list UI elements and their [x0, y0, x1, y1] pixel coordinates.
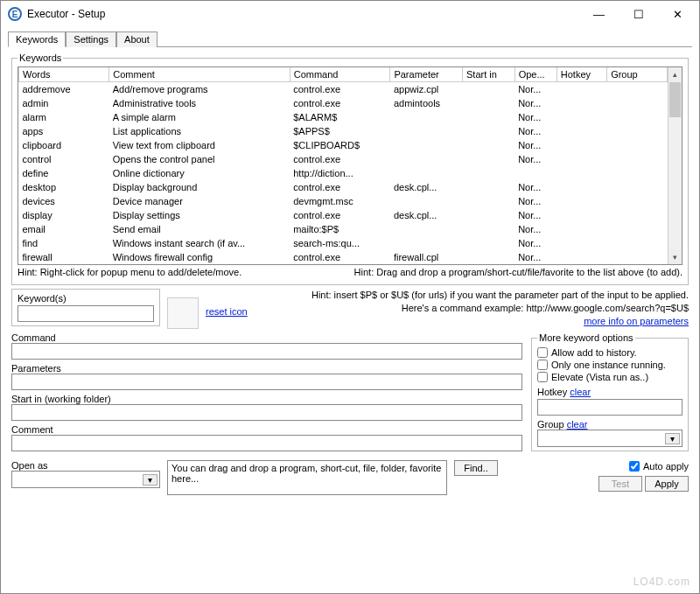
close-button[interactable]: ✕ [658, 2, 697, 26]
maximize-button[interactable]: ☐ [619, 2, 658, 26]
table-row[interactable]: emailSend emailmailto:$P$Nor... [19, 222, 668, 236]
table-row[interactable]: appsList applications$APPS$Nor... [19, 124, 668, 138]
table-row[interactable]: devicesDevice managerdevmgmt.mscNor... [19, 194, 668, 208]
keywords-legend: Keywords [18, 52, 63, 63]
col-hotkey[interactable]: Hotkey [556, 67, 606, 82]
comment-label: Comment [11, 424, 522, 435]
col-startin[interactable]: Start in [462, 67, 514, 82]
auto-apply-label: Auto apply [643, 461, 689, 472]
table-row[interactable]: alarmA simple alarm$ALARM$Nor... [19, 110, 668, 124]
group-clear-link[interactable]: clear [567, 419, 588, 430]
table-row[interactable]: clipboardView text from clipboard$CLIPBO… [19, 138, 668, 152]
elevate-checkbox[interactable] [537, 372, 548, 382]
table-row[interactable]: controlOpens the control panelcontrol.ex… [19, 152, 668, 166]
hotkey-input[interactable] [537, 399, 682, 416]
more-info-link[interactable]: more info on parameters [584, 316, 689, 326]
scroll-down-icon[interactable]: ▾ [668, 250, 682, 264]
hint-dragdrop: Hint: Drag and drop a program/short-cut/… [354, 267, 682, 277]
startin-label: Start in (working folder) [11, 394, 522, 404]
more-options-groupbox: More keyword options Allow add to histor… [531, 332, 689, 451]
table-scrollbar[interactable]: ▴ ▾ [668, 67, 682, 264]
command-input[interactable] [11, 343, 522, 360]
keywords-groupbox: Keywords Words Comment Command Parameter… [11, 52, 689, 285]
openas-label: Open as [11, 460, 160, 471]
tab-keywords[interactable]: Keywords [8, 31, 66, 47]
parameters-input[interactable] [11, 374, 522, 390]
table-row[interactable]: defineOnline dictionaryhttp://diction... [19, 166, 668, 180]
one-instance-label: Only one instance running. [551, 360, 666, 370]
tab-settings[interactable]: Settings [66, 31, 116, 47]
one-instance-checkbox[interactable] [537, 360, 548, 370]
apply-button[interactable]: Apply [645, 476, 689, 492]
titlebar: E Executor - Setup — ☐ ✕ [1, 1, 699, 27]
col-words[interactable]: Words [19, 67, 109, 82]
col-comment[interactable]: Comment [109, 67, 290, 82]
find-button[interactable]: Find.. [454, 460, 498, 476]
elevate-label: Elevate (Vista run as..) [551, 372, 648, 382]
hotkey-clear-link[interactable]: clear [570, 387, 591, 397]
hint-example: Here's a command example: http://www.goo… [255, 302, 689, 315]
more-options-legend: More keyword options [537, 332, 635, 343]
window-title: Executor - Setup [27, 8, 579, 20]
app-icon: E [8, 7, 22, 21]
comment-input[interactable] [11, 435, 522, 451]
tab-about[interactable]: About [116, 31, 158, 47]
startin-input[interactable] [11, 404, 522, 421]
keyword-label: Keyword(s) [18, 293, 154, 304]
table-row[interactable]: addremoveAdd/remove programscontrol.exea… [19, 82, 668, 97]
scroll-up-icon[interactable]: ▴ [668, 67, 682, 81]
table-row[interactable]: findWindows instant search (if av...sear… [19, 236, 668, 250]
scroll-thumb[interactable] [669, 82, 681, 117]
test-button[interactable]: Test [598, 476, 642, 492]
reset-icon-link[interactable]: reset icon [206, 306, 248, 317]
allow-history-checkbox[interactable] [537, 347, 548, 358]
openas-dropdown[interactable] [11, 471, 160, 488]
minimize-button[interactable]: — [579, 2, 619, 26]
keywords-table[interactable]: Words Comment Command Parameter Start in… [18, 67, 668, 264]
table-row[interactable]: adminAdministrative toolscontrol.exeadmi… [19, 96, 668, 110]
col-group[interactable]: Group [607, 67, 668, 82]
hotkey-label: Hotkey [537, 387, 567, 397]
command-label: Command [11, 332, 522, 343]
icon-preview [167, 297, 199, 329]
col-open[interactable]: Ope... [514, 67, 556, 82]
keyword-input[interactable] [18, 305, 154, 322]
table-row[interactable]: firewallWindows firewall configcontrol.e… [19, 250, 668, 264]
hint-rightclick: Hint: Right-click for popup menu to add/… [18, 267, 242, 277]
watermark: LO4D.com [634, 576, 690, 588]
table-row[interactable]: displayDisplay settingscontrol.exedesk.c… [19, 208, 668, 222]
tab-bar: Keywords Settings About [8, 31, 692, 47]
allow-history-label: Allow add to history. [551, 347, 637, 358]
col-command[interactable]: Command [290, 67, 390, 82]
auto-apply-checkbox[interactable] [629, 461, 640, 472]
hint-insert: Hint: insert $P$ or $U$ (for urls) if yo… [255, 289, 689, 302]
group-label: Group [537, 419, 564, 430]
drag-drop-area[interactable]: You can drag and drop a program, short-c… [167, 460, 447, 495]
table-row[interactable]: desktopDisplay backgroundcontrol.exedesk… [19, 180, 668, 194]
col-parameter[interactable]: Parameter [390, 67, 463, 82]
group-dropdown[interactable] [537, 430, 682, 447]
parameters-label: Parameters [11, 363, 522, 374]
